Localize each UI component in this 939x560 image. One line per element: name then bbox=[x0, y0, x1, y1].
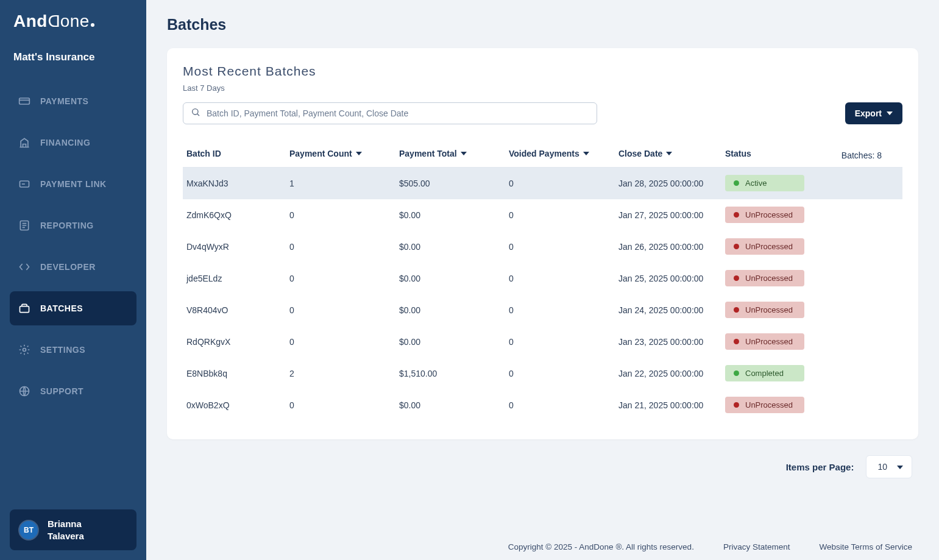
table-row[interactable]: V8R404vO0$0.000Jan 24, 2025 00:00:00UnPr… bbox=[183, 294, 902, 326]
cell-batch-id: ZdmK6QxQ bbox=[183, 210, 289, 220]
sidebar-nav: PAYMENTSFINANCINGPAYMENT LINKREPORTINGDE… bbox=[0, 78, 146, 500]
nav-icon bbox=[18, 261, 30, 273]
cell-voided: 0 bbox=[509, 179, 618, 188]
pagination: Items per Page: 10 bbox=[167, 455, 918, 478]
svg-line-7 bbox=[197, 114, 199, 116]
sidebar-item-settings[interactable]: SETTINGS bbox=[10, 333, 136, 367]
cell-status: UnProcessed bbox=[725, 302, 810, 318]
batches-card: Most Recent Batches Last 7 Days Export B… bbox=[167, 48, 918, 439]
sort-icon bbox=[356, 152, 362, 155]
sidebar: AndDone Matt's Insurance PAYMENTSFINANCI… bbox=[0, 0, 146, 560]
cell-voided: 0 bbox=[509, 274, 618, 283]
status-badge: UnProcessed bbox=[725, 238, 804, 255]
cell-batch-id: V8R404vO bbox=[183, 305, 289, 315]
status-dot-icon bbox=[734, 307, 739, 313]
cell-status: UnProcessed bbox=[725, 270, 810, 286]
sidebar-item-financing[interactable]: FINANCING bbox=[10, 126, 136, 160]
svg-point-4 bbox=[23, 349, 26, 352]
cell-close-date: Jan 27, 2025 00:00:00 bbox=[618, 210, 725, 220]
org-name: Matt's Insurance bbox=[0, 43, 146, 78]
sidebar-item-payments[interactable]: PAYMENTS bbox=[10, 84, 136, 118]
table-row[interactable]: E8NBbk8q2$1,510.000Jan 22, 2025 00:00:00… bbox=[183, 358, 902, 389]
cell-status: Completed bbox=[725, 365, 810, 381]
cell-payment-total: $0.00 bbox=[399, 274, 509, 283]
table-row[interactable]: 0xWoB2xQ0$0.000Jan 21, 2025 00:00:00UnPr… bbox=[183, 389, 902, 421]
nav-icon bbox=[18, 302, 30, 314]
search-input[interactable] bbox=[207, 108, 589, 118]
cell-payment-total: $0.00 bbox=[399, 305, 509, 315]
status-badge: UnProcessed bbox=[725, 270, 804, 286]
col-voided[interactable]: Voided Payments bbox=[509, 149, 618, 158]
sort-icon bbox=[583, 152, 589, 155]
cell-batch-id: 0xWoB2xQ bbox=[183, 400, 289, 410]
cell-close-date: Jan 28, 2025 00:00:00 bbox=[618, 179, 725, 188]
status-badge: UnProcessed bbox=[725, 207, 804, 223]
footer-copyright: Copyright © 2025 - AndDone ®. All rights… bbox=[508, 542, 694, 551]
footer-privacy-link[interactable]: Privacy Statement bbox=[723, 542, 790, 551]
cell-voided: 0 bbox=[509, 400, 618, 410]
search-input-wrapper[interactable] bbox=[183, 102, 597, 124]
sidebar-item-payment-link[interactable]: PAYMENT LINK bbox=[10, 167, 136, 201]
cell-voided: 0 bbox=[509, 210, 618, 220]
table-row[interactable]: ZdmK6QxQ0$0.000Jan 27, 2025 00:00:00UnPr… bbox=[183, 199, 902, 231]
items-per-page-label: Items per Page: bbox=[786, 462, 854, 472]
cell-batch-id: jde5ELdz bbox=[183, 274, 289, 283]
nav-icon bbox=[18, 219, 30, 232]
cell-payment-total: $0.00 bbox=[399, 210, 509, 220]
sidebar-item-developer[interactable]: DEVELOPER bbox=[10, 250, 136, 284]
export-button[interactable]: Export bbox=[845, 102, 902, 124]
cell-batch-id: MxaKNJd3 bbox=[183, 179, 289, 188]
status-badge: UnProcessed bbox=[725, 397, 804, 413]
status-badge: Completed bbox=[725, 365, 804, 381]
cell-payment-count: 0 bbox=[289, 305, 399, 315]
cell-status: UnProcessed bbox=[725, 238, 810, 255]
cell-voided: 0 bbox=[509, 337, 618, 347]
nav-icon bbox=[18, 385, 30, 397]
table-row[interactable]: MxaKNJd31$505.000Jan 28, 2025 00:00:00Ac… bbox=[183, 168, 902, 199]
cell-payment-count: 0 bbox=[289, 400, 399, 410]
svg-rect-0 bbox=[19, 98, 30, 104]
cell-payment-count: 0 bbox=[289, 242, 399, 252]
status-dot-icon bbox=[734, 339, 739, 344]
sidebar-item-reporting[interactable]: REPORTING bbox=[10, 208, 136, 243]
user-card[interactable]: BT Brianna Talavera bbox=[10, 509, 136, 550]
cell-payment-total: $1,510.00 bbox=[399, 369, 509, 378]
footer-tos-link[interactable]: Website Terms of Service bbox=[819, 542, 912, 551]
cell-status: UnProcessed bbox=[725, 397, 810, 413]
nav-icon bbox=[18, 178, 30, 190]
sidebar-item-support[interactable]: SUPPORT bbox=[10, 374, 136, 408]
table-row[interactable]: jde5ELdz0$0.000Jan 25, 2025 00:00:00UnPr… bbox=[183, 263, 902, 294]
table-row[interactable]: Dv4qWyxR0$0.000Jan 26, 2025 00:00:00UnPr… bbox=[183, 231, 902, 263]
cell-status: UnProcessed bbox=[725, 333, 810, 350]
sidebar-item-batches[interactable]: BATCHES bbox=[10, 291, 136, 325]
col-payment-total[interactable]: Payment Total bbox=[399, 149, 509, 158]
cell-payment-total: $0.00 bbox=[399, 400, 509, 410]
cell-payment-count: 0 bbox=[289, 337, 399, 347]
col-payment-count[interactable]: Payment Count bbox=[289, 149, 399, 158]
cell-voided: 0 bbox=[509, 305, 618, 315]
svg-rect-3 bbox=[20, 307, 29, 313]
page-title: Batches bbox=[167, 16, 918, 34]
cell-batch-id: Dv4qWyxR bbox=[183, 242, 289, 252]
brand-logo[interactable]: AndDone bbox=[0, 0, 146, 43]
table-row[interactable]: RdQRKgvX0$0.000Jan 23, 2025 00:00:00UnPr… bbox=[183, 326, 902, 358]
col-batch-id[interactable]: Batch ID bbox=[183, 149, 289, 158]
status-badge: UnProcessed bbox=[725, 333, 804, 350]
status-dot-icon bbox=[734, 402, 739, 408]
main-content: Batches Batches: 8 Most Recent Batches L… bbox=[146, 0, 939, 560]
cell-payment-total: $0.00 bbox=[399, 337, 509, 347]
sort-icon bbox=[461, 152, 467, 155]
cell-batch-id: E8NBbk8q bbox=[183, 369, 289, 378]
cell-batch-id: RdQRKgvX bbox=[183, 337, 289, 347]
status-dot-icon bbox=[734, 180, 739, 186]
cell-close-date: Jan 24, 2025 00:00:00 bbox=[618, 305, 725, 315]
col-close-date[interactable]: Close Date bbox=[618, 149, 725, 158]
col-status[interactable]: Status bbox=[725, 149, 810, 158]
cell-status: UnProcessed bbox=[725, 207, 810, 223]
cell-close-date: Jan 22, 2025 00:00:00 bbox=[618, 369, 725, 378]
cell-payment-count: 1 bbox=[289, 179, 399, 188]
cell-payment-count: 2 bbox=[289, 369, 399, 378]
items-per-page-select[interactable]: 10 bbox=[866, 455, 912, 478]
card-title: Most Recent Batches bbox=[183, 64, 902, 79]
batch-count: Batches: 8 bbox=[842, 151, 882, 160]
